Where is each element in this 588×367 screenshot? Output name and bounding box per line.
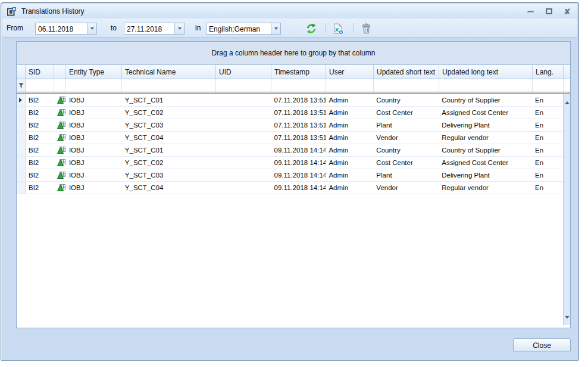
- cell-icon[interactable]: [54, 169, 66, 181]
- cell-timestamp[interactable]: 09.11.2018 14:14: [271, 144, 326, 156]
- cell-technical_name[interactable]: Y_SCT_C01: [122, 144, 216, 156]
- cell-entity_type[interactable]: IOBJ: [66, 119, 122, 131]
- cell-icon[interactable]: [54, 182, 66, 194]
- cell-technical_name[interactable]: Y_SCT_C04: [122, 132, 216, 144]
- column-header-icon[interactable]: [54, 65, 66, 79]
- to-date-input[interactable]: 27.11.2018: [124, 23, 184, 35]
- cell-technical_name[interactable]: Y_SCT_C01: [122, 94, 216, 106]
- cell-uid[interactable]: [216, 107, 271, 119]
- scroll-down-button[interactable]: [564, 312, 570, 322]
- cell-icon[interactable]: [54, 132, 66, 144]
- cell-sid[interactable]: BI2: [26, 132, 54, 144]
- cell-updated_long_text[interactable]: Assigned Cost Center: [439, 157, 532, 169]
- cell-lang[interactable]: En: [532, 144, 563, 156]
- column-header-sid[interactable]: SID: [26, 65, 54, 79]
- cell-uid[interactable]: [216, 132, 271, 144]
- cell-user[interactable]: Admin: [326, 94, 373, 106]
- cell-technical_name[interactable]: Y_SCT_C03: [122, 119, 216, 131]
- cell-technical_name[interactable]: Y_SCT_C02: [122, 107, 216, 119]
- filter-cell-icon[interactable]: [54, 79, 66, 92]
- cell-sid[interactable]: BI2: [26, 94, 54, 106]
- refresh-button[interactable]: [305, 22, 318, 35]
- cell-user[interactable]: Admin: [326, 182, 373, 194]
- table-row[interactable]: BI2 IOBJY_SCT_C0209.11.2018 14:14AdminCo…: [17, 157, 563, 169]
- cell-entity_type[interactable]: IOBJ: [66, 157, 122, 169]
- from-date-input[interactable]: 06.11.2018: [35, 23, 97, 35]
- cell-updated_long_text[interactable]: Regular vendor: [439, 132, 532, 144]
- table-row[interactable]: BI2 IOBJY_SCT_C0207.11.2018 13:51AdminCo…: [17, 107, 563, 119]
- filter-cell-timestamp[interactable]: [271, 79, 326, 92]
- cell-entity_type[interactable]: IOBJ: [66, 182, 122, 194]
- from-date-dropdown-button[interactable]: [87, 23, 96, 34]
- cell-icon[interactable]: [54, 144, 66, 156]
- cell-entity_type[interactable]: IOBJ: [66, 169, 122, 181]
- filter-cell-uid[interactable]: [216, 79, 271, 92]
- filter-cell-entity_type[interactable]: [66, 79, 122, 92]
- cell-updated_long_text[interactable]: Regular vendor: [439, 182, 532, 194]
- filter-cell-updated_long_text[interactable]: [439, 79, 533, 92]
- cell-updated_short_text[interactable]: Vendor: [373, 182, 439, 194]
- cell-timestamp[interactable]: 07.11.2018 13:51: [271, 119, 326, 131]
- cell-lang[interactable]: En: [532, 107, 563, 119]
- cell-updated_long_text[interactable]: Country of Supplier: [439, 144, 532, 156]
- cell-user[interactable]: Admin: [326, 107, 373, 119]
- cell-timestamp[interactable]: 07.11.2018 13:51: [271, 107, 326, 119]
- cell-sid[interactable]: BI2: [26, 157, 54, 169]
- cell-updated_long_text[interactable]: Delivering Plant: [439, 119, 532, 131]
- cell-user[interactable]: Admin: [326, 132, 373, 144]
- cell-sid[interactable]: BI2: [26, 144, 54, 156]
- cell-updated_short_text[interactable]: Vendor: [373, 132, 439, 144]
- filter-cell-lang[interactable]: [533, 79, 564, 92]
- titlebar[interactable]: Translations History ✘: [2, 4, 577, 18]
- filter-cell-updated_short_text[interactable]: [374, 79, 439, 92]
- cell-lang[interactable]: En: [532, 182, 563, 194]
- cell-uid[interactable]: [216, 157, 271, 169]
- cell-lang[interactable]: En: [532, 94, 563, 106]
- column-header-entity_type[interactable]: Entity Type: [66, 65, 122, 79]
- language-select[interactable]: English;German: [206, 23, 281, 35]
- cell-entity_type[interactable]: IOBJ: [66, 107, 122, 119]
- cell-icon[interactable]: [54, 94, 66, 106]
- cell-entity_type[interactable]: IOBJ: [66, 94, 122, 106]
- filter-cell-user[interactable]: [326, 79, 374, 92]
- cell-timestamp[interactable]: 09.11.2018 14:14: [271, 169, 326, 181]
- table-row[interactable]: BI2 IOBJY_SCT_C0109.11.2018 14:14AdminCo…: [17, 144, 563, 157]
- table-row[interactable]: BI2 IOBJY_SCT_C0407.11.2018 13:51AdminVe…: [17, 132, 563, 144]
- vertical-scrollbar[interactable]: [563, 94, 570, 325]
- cell-updated_short_text[interactable]: Country: [373, 144, 439, 156]
- maximize-button[interactable]: [545, 8, 553, 15]
- cell-user[interactable]: Admin: [326, 144, 373, 156]
- table-row[interactable]: BI2 IOBJY_SCT_C0107.11.2018 13:51AdminCo…: [17, 94, 563, 107]
- filter-cell-sid[interactable]: [26, 79, 54, 92]
- cell-technical_name[interactable]: Y_SCT_C02: [122, 157, 216, 169]
- column-header-timestamp[interactable]: Timestamp: [271, 65, 326, 79]
- cell-entity_type[interactable]: IOBJ: [66, 132, 122, 144]
- cell-updated_long_text[interactable]: Assigned Cost Center: [439, 107, 532, 119]
- minimize-button[interactable]: [526, 8, 534, 15]
- cell-sid[interactable]: BI2: [26, 119, 54, 131]
- language-dropdown-button[interactable]: [271, 23, 280, 34]
- cell-timestamp[interactable]: 07.11.2018 13:51: [271, 132, 326, 144]
- close-window-button[interactable]: ✘: [563, 8, 571, 15]
- group-by-panel[interactable]: Drag a column header here to group by th…: [17, 42, 570, 65]
- column-header-lang[interactable]: Lang.: [533, 65, 564, 79]
- cell-updated_short_text[interactable]: Country: [373, 94, 439, 106]
- column-header-uid[interactable]: UID: [216, 65, 271, 79]
- cell-user[interactable]: Admin: [326, 157, 373, 169]
- delete-button[interactable]: [359, 22, 373, 35]
- cell-uid[interactable]: [216, 169, 271, 181]
- table-row[interactable]: BI2 IOBJY_SCT_C0409.11.2018 14:14AdminVe…: [17, 182, 563, 194]
- cell-technical_name[interactable]: Y_SCT_C03: [122, 169, 216, 181]
- cell-timestamp[interactable]: 07.11.2018 13:51: [271, 94, 326, 106]
- column-header-updated_long_text[interactable]: Updated long text: [439, 65, 533, 79]
- column-header-user[interactable]: User: [326, 65, 374, 79]
- cell-sid[interactable]: BI2: [26, 182, 54, 194]
- cell-updated_short_text[interactable]: Cost Center: [373, 157, 439, 169]
- close-button[interactable]: Close: [513, 338, 571, 352]
- cell-entity_type[interactable]: IOBJ: [66, 144, 122, 156]
- cell-updated_short_text[interactable]: Cost Center: [373, 107, 439, 119]
- table-row[interactable]: BI2 IOBJY_SCT_C0309.11.2018 14:14AdminPl…: [17, 169, 563, 182]
- cell-icon[interactable]: [54, 157, 66, 169]
- cell-lang[interactable]: En: [532, 169, 563, 181]
- cell-lang[interactable]: En: [532, 119, 563, 131]
